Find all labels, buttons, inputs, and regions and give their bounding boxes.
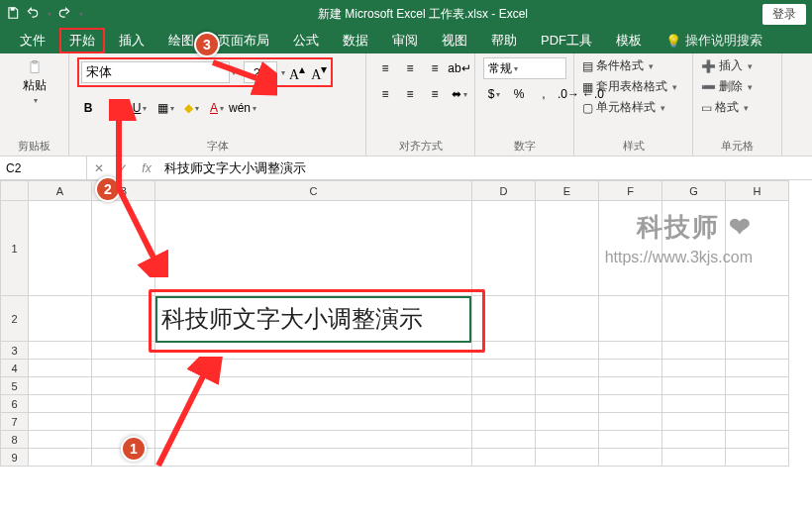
tab-help[interactable]: 帮助 — [481, 28, 527, 53]
formula-input[interactable] — [158, 156, 812, 179]
tab-view[interactable]: 视图 — [432, 28, 477, 53]
format-as-table-button[interactable]: ▦套用表格格式▾ — [582, 78, 677, 95]
fill-color-icon[interactable]: ◆▾ — [180, 97, 202, 119]
group-clipboard-label: 剪贴板 — [8, 137, 60, 154]
col-hdr-E[interactable]: E — [536, 181, 599, 201]
col-hdr-F[interactable]: F — [599, 181, 662, 201]
paste-dropdown-icon[interactable]: ▾ — [34, 96, 38, 105]
font-name-input[interactable] — [81, 61, 230, 83]
row-hdr-6[interactable]: 6 — [1, 395, 29, 413]
tab-template[interactable]: 模板 — [606, 28, 652, 53]
comma-icon[interactable]: , — [533, 83, 555, 105]
redo-icon[interactable] — [57, 6, 71, 23]
table-format-icon: ▦ — [582, 80, 593, 94]
row-hdr-2[interactable]: 2 — [1, 296, 29, 342]
login-button[interactable]: 登录 — [762, 4, 806, 25]
format-icon: ▭ — [701, 101, 712, 115]
font-color-icon[interactable]: A▾ — [206, 97, 228, 119]
fx-icon[interactable]: fx — [135, 161, 158, 175]
col-hdr-H[interactable]: H — [726, 181, 789, 201]
border-icon[interactable]: ▦▾ — [154, 97, 176, 119]
insert-cells-button[interactable]: ➕插入▾ — [701, 57, 753, 74]
bold-icon[interactable]: B — [77, 97, 99, 119]
watermark-text: 科技师 — [637, 212, 720, 242]
number-format-value: 常规 — [488, 60, 512, 77]
confirm-icon[interactable]: ✓ — [111, 161, 135, 175]
ribbon-tabs: 文件 开始 插入 绘图 页面布局 公式 数据 审阅 视图 帮助 PDF工具 模板… — [0, 28, 812, 53]
annotation-circle-2: 2 — [95, 176, 121, 202]
currency-icon[interactable]: $▾ — [483, 83, 505, 105]
col-hdr-A[interactable]: A — [29, 181, 92, 201]
watermark: 科技师 ❤ https://www.3kjs.com — [605, 210, 753, 266]
group-cells-label: 单元格 — [701, 137, 773, 154]
font-size-dropdown-icon[interactable]: ▾ — [281, 68, 285, 77]
select-all-corner[interactable] — [1, 181, 29, 201]
align-bottom-icon[interactable]: ≡ — [424, 57, 446, 79]
col-hdr-D[interactable]: D — [472, 181, 536, 201]
col-hdr-G[interactable]: G — [662, 181, 726, 201]
col-hdr-C[interactable]: C — [155, 181, 472, 201]
row-hdr-9[interactable]: 9 — [1, 449, 29, 467]
row-hdr-4[interactable]: 4 — [1, 360, 29, 377]
row-hdr-8[interactable]: 8 — [1, 431, 29, 449]
row-hdr-1[interactable]: 1 — [1, 201, 29, 296]
conditional-format-button[interactable]: ▤条件格式▾ — [582, 57, 654, 74]
tab-pdf[interactable]: PDF工具 — [531, 28, 602, 53]
save-icon[interactable] — [6, 6, 20, 23]
group-align-label: 对齐方式 — [374, 137, 466, 154]
paste-label: 粘贴 — [23, 77, 47, 94]
window-title: 新建 Microsoft Excel 工作表.xlsx - Excel — [83, 6, 762, 23]
phonetic-icon[interactable]: wén▾ — [232, 97, 254, 119]
format-cells-button[interactable]: ▭格式▾ — [701, 99, 749, 116]
title-bar: ▾ ▾ 新建 Microsoft Excel 工作表.xlsx - Excel … — [0, 0, 812, 28]
annotation-circle-3: 3 — [194, 32, 220, 57]
tell-me-label: 操作说明搜索 — [685, 32, 762, 50]
group-styles-label: 样式 — [582, 137, 684, 154]
align-top-icon[interactable]: ≡ — [374, 57, 396, 79]
insert-label: 插入 — [719, 57, 743, 74]
svg-rect-2 — [33, 60, 37, 63]
align-center-icon[interactable]: ≡ — [399, 83, 421, 105]
number-format-dropdown[interactable]: 常规▾ — [483, 57, 566, 79]
annotation-circle-1: 1 — [121, 436, 147, 462]
group-cells: ➕插入▾ ➖删除▾ ▭格式▾ 单元格 — [693, 53, 782, 156]
tell-me[interactable]: 💡 操作说明搜索 — [665, 32, 762, 50]
font-size-input[interactable] — [244, 61, 277, 83]
percent-icon[interactable]: % — [508, 83, 530, 105]
increase-font-icon[interactable]: A▴ — [287, 62, 307, 83]
delete-cells-button[interactable]: ➖删除▾ — [701, 78, 753, 95]
tab-data[interactable]: 数据 — [333, 28, 378, 53]
tab-file[interactable]: 文件 — [10, 28, 55, 53]
cond-format-icon: ▤ — [582, 59, 593, 73]
align-middle-icon[interactable]: ≡ — [399, 57, 421, 79]
row-hdr-7[interactable]: 7 — [1, 413, 29, 431]
name-box[interactable]: C2 — [0, 156, 87, 179]
delete-label: 删除 — [719, 78, 743, 95]
group-alignment: ≡ ≡ ≡ ab↵ ≡ ≡ ≡ ⬌▾ 对齐方式 — [366, 53, 475, 156]
insert-icon: ➕ — [701, 59, 716, 73]
undo-icon[interactable] — [26, 6, 40, 23]
merge-center-icon[interactable]: ⬌▾ — [449, 83, 470, 105]
row-hdr-3[interactable]: 3 — [1, 342, 29, 360]
decrease-font-icon[interactable]: A▾ — [309, 62, 329, 83]
row-hdr-5[interactable]: 5 — [1, 377, 29, 395]
quick-access-toolbar: ▾ ▾ — [6, 6, 83, 23]
cell-styles-label: 单元格样式 — [596, 99, 656, 116]
undo-dropdown-icon[interactable]: ▾ — [48, 10, 51, 19]
wrap-text-icon[interactable]: ab↵ — [449, 57, 470, 79]
cancel-icon[interactable]: ✕ — [87, 161, 111, 175]
tab-formula[interactable]: 公式 — [283, 28, 329, 53]
tab-insert[interactable]: 插入 — [109, 28, 154, 53]
cell-C2[interactable]: 科技师文字大小调整演示 — [155, 296, 472, 342]
group-number-label: 数字 — [483, 137, 565, 154]
align-right-icon[interactable]: ≡ — [424, 83, 446, 105]
cell-styles-button[interactable]: ▢单元格样式▾ — [582, 99, 665, 116]
group-font-label: 字体 — [77, 137, 357, 154]
tab-home[interactable]: 开始 — [59, 28, 105, 53]
paste-button[interactable]: 粘贴 ▾ — [19, 57, 51, 107]
delete-icon: ➖ — [701, 80, 716, 94]
underline-icon[interactable]: U▾ — [129, 97, 151, 119]
italic-icon[interactable]: I — [103, 97, 125, 119]
align-left-icon[interactable]: ≡ — [374, 83, 396, 105]
tab-review[interactable]: 审阅 — [382, 28, 428, 53]
